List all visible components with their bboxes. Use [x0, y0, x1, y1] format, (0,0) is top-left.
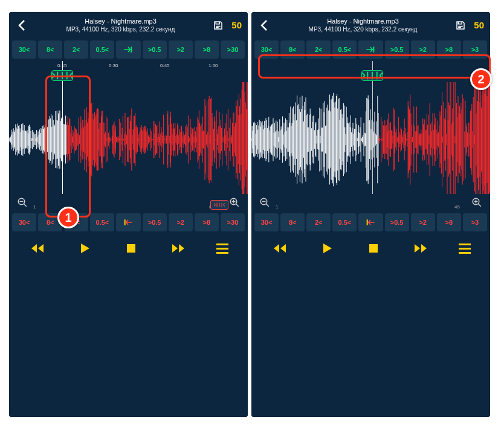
seek-fwd-2-red[interactable]: >2	[169, 213, 193, 231]
tick-end: 45	[454, 204, 460, 210]
seek-back-2-red[interactable]: 2<	[306, 213, 331, 231]
waveform-svg	[251, 61, 490, 194]
play-button[interactable]	[315, 237, 339, 259]
save-button[interactable]	[454, 19, 467, 32]
phone-left: Halsey - Nightmare.mp3 MP3, 44100 Hz, 32…	[9, 12, 248, 417]
seek-back-30[interactable]: 30<	[254, 40, 279, 59]
seek-to-marker-red[interactable]	[358, 213, 383, 231]
marker-handle-green[interactable]	[51, 70, 73, 81]
seek-fwd-2[interactable]: >2	[411, 40, 435, 59]
seek-fwd-8-red[interactable]: >8	[195, 213, 219, 231]
rewind-button[interactable]	[268, 237, 292, 259]
file-meta: MP3, 44100 Hz, 320 kbps, 232.2 секунд	[277, 25, 449, 33]
svg-rect-332	[127, 244, 135, 253]
save-button[interactable]	[212, 19, 225, 32]
seek-to-marker[interactable]	[116, 40, 140, 59]
seek-back-05-red[interactable]: 0.5<	[332, 213, 357, 231]
back-button[interactable]	[15, 18, 30, 33]
seek-fwd-8[interactable]: >8	[195, 40, 219, 59]
marker-line-green[interactable]	[62, 61, 63, 194]
forward-button[interactable]	[409, 237, 433, 259]
play-button[interactable]	[73, 237, 97, 259]
marker-handle-red[interactable]	[210, 200, 228, 210]
file-meta: MP3, 44100 Hz, 320 kbps, 232.2 секунд	[34, 25, 207, 33]
seek-fwd-30[interactable]: >30	[221, 40, 245, 59]
seek-back-05[interactable]: 0.5<	[332, 40, 357, 59]
seek-fwd-2[interactable]: >2	[169, 40, 193, 59]
title-block: Halsey - Nightmare.mp3 MP3, 44100 Hz, 32…	[277, 17, 449, 33]
stop-button[interactable]	[361, 237, 386, 259]
seek-fwd-05[interactable]: >0.5	[143, 40, 167, 59]
forward-button[interactable]	[166, 237, 190, 259]
zoom-in-icon[interactable]	[227, 195, 242, 210]
counter: 50	[472, 20, 484, 30]
seek-fwd-05-red[interactable]: >0.5	[143, 213, 167, 231]
seek-back-30-red[interactable]: 30<	[12, 213, 36, 231]
seek-row-green: 30< 8< 2< 0.5< >0.5 >2 >8 >3	[251, 38, 490, 61]
filename: Halsey - Nightmare.mp3	[277, 17, 449, 25]
filename: Halsey - Nightmare.mp3	[34, 17, 207, 25]
zoom-in-icon[interactable]	[470, 195, 484, 210]
stop-button[interactable]	[119, 237, 143, 259]
seek-back-05-red[interactable]: 0.5<	[90, 213, 114, 231]
zoom-row: 1 66	[9, 194, 248, 211]
rewind-button[interactable]	[25, 237, 50, 259]
seek-back-30[interactable]: 30<	[12, 40, 36, 59]
seek-row-red: 30< 8< 2< 0.5< >0.5 >2 >8 >3	[251, 211, 490, 234]
playback-row	[251, 234, 490, 265]
waveform[interactable]: 0:15 0:30 0:45 1:00	[9, 61, 248, 194]
empty-area	[251, 265, 490, 417]
seek-row-red: 30< 8< 2< 0.5< >0.5 >2 >8 >30	[9, 211, 248, 234]
header: Halsey - Nightmare.mp3 MP3, 44100 Hz, 32…	[251, 12, 490, 38]
seek-back-2[interactable]: 2<	[306, 40, 331, 59]
seek-back-8[interactable]: 8<	[38, 40, 62, 59]
zoom-row: 1 45	[251, 194, 490, 211]
playback-row	[9, 234, 248, 265]
marker-line-green[interactable]	[372, 61, 373, 194]
title-block: Halsey - Nightmare.mp3 MP3, 44100 Hz, 32…	[34, 17, 207, 33]
seek-fwd-8[interactable]: >8	[437, 40, 461, 59]
seek-fwd-05-red[interactable]: >0.5	[385, 213, 409, 231]
seek-to-marker-red[interactable]	[116, 213, 140, 231]
seek-fwd-30-red[interactable]: >30	[221, 213, 245, 231]
svg-rect-665	[369, 244, 378, 253]
waveform[interactable]	[251, 61, 490, 194]
seek-fwd-8-red[interactable]: >8	[437, 213, 461, 231]
phone-right: Halsey - Nightmare.mp3 MP3, 44100 Hz, 32…	[251, 12, 490, 417]
back-button[interactable]	[257, 18, 272, 33]
zoom-out-icon[interactable]	[15, 195, 30, 210]
badge-1: 1	[57, 207, 79, 228]
time-label: 1:00	[208, 63, 218, 68]
empty-area	[9, 265, 248, 417]
seek-fwd-05[interactable]: >0.5	[385, 40, 409, 59]
marker-handle-green[interactable]	[361, 70, 383, 81]
seek-row-green: 30< 8< 2< 0.5< >0.5 >2 >8 >30	[9, 38, 248, 61]
seek-back-8-red[interactable]: 8<	[280, 213, 305, 231]
tick-start: 1	[33, 204, 36, 210]
time-label: 0:30	[109, 63, 118, 68]
seek-fwd-30-red[interactable]: >3	[463, 213, 487, 231]
counter: 50	[230, 20, 242, 30]
seek-fwd-2-red[interactable]: >2	[411, 213, 435, 231]
menu-button[interactable]	[456, 237, 474, 259]
seek-back-30-red[interactable]: 30<	[254, 213, 279, 231]
tick-start: 1	[276, 204, 278, 210]
menu-button[interactable]	[213, 237, 231, 259]
seek-to-marker[interactable]	[358, 40, 383, 59]
time-label: 0:45	[160, 63, 170, 68]
badge-2: 2	[470, 68, 492, 90]
seek-back-8[interactable]: 8<	[280, 40, 305, 59]
zoom-out-icon[interactable]	[257, 195, 272, 210]
seek-back-2[interactable]: 2<	[64, 40, 88, 59]
seek-back-05[interactable]: 0.5<	[90, 40, 114, 59]
header: Halsey - Nightmare.mp3 MP3, 44100 Hz, 32…	[9, 12, 248, 38]
seek-fwd-30[interactable]: >3	[463, 40, 487, 59]
waveform-svg	[9, 61, 248, 194]
